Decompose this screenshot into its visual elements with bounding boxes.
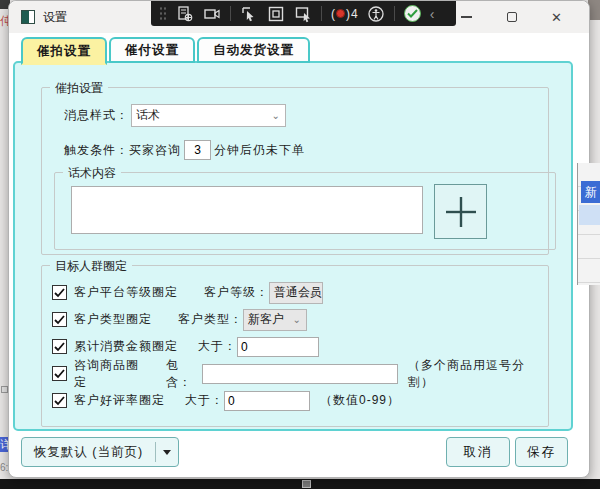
app-icon bbox=[21, 10, 35, 24]
scroll-capture-icon[interactable] bbox=[176, 5, 194, 23]
checkbox-label: 客户好评率圈定 bbox=[74, 392, 165, 409]
tab-urge-pay[interactable]: 催付设置 bbox=[109, 37, 195, 63]
positive-rate-checkbox[interactable] bbox=[52, 393, 67, 408]
field-label: 包含： bbox=[166, 357, 203, 391]
status-check-icon[interactable] bbox=[404, 5, 421, 22]
background-icon-fragment bbox=[1, 386, 8, 393]
video-camera-icon[interactable] bbox=[203, 5, 221, 23]
paren-right: ) bbox=[346, 7, 350, 21]
row-positive-rate: 客户好评率圈定 大于： （数值0-99） bbox=[52, 387, 542, 414]
row-inquiry-product: 咨询商品圈定 包含： （多个商品用逗号分割） bbox=[52, 360, 542, 387]
group-title: 催拍设置 bbox=[50, 80, 108, 97]
cancel-button[interactable]: 取消 bbox=[446, 437, 510, 467]
chevron-down-icon: ⌄ bbox=[293, 314, 301, 325]
add-script-button[interactable] bbox=[434, 184, 487, 239]
checkbox-label: 累计消费金额圈定 bbox=[74, 338, 178, 355]
trigger-suffix: 分钟后仍未下单 bbox=[214, 142, 305, 159]
maximize-button[interactable] bbox=[489, 1, 534, 33]
background-table-window: 新 bbox=[577, 163, 600, 285]
customer-type-checkbox[interactable] bbox=[52, 312, 67, 327]
row-platform-level: 客户平台等级圈定 客户等级： 普通会员 ⌄ bbox=[52, 279, 542, 306]
message-style-select[interactable]: 话术 ⌄ bbox=[131, 104, 286, 127]
customer-type-value: 新客户 bbox=[248, 311, 284, 328]
maximize-icon bbox=[507, 12, 517, 22]
window-title: 设置 bbox=[43, 9, 67, 26]
inquiry-product-input[interactable] bbox=[202, 364, 398, 384]
accessibility-icon[interactable] bbox=[367, 5, 385, 23]
spend-amount-checkbox[interactable] bbox=[52, 339, 67, 354]
close-button[interactable]: ✕ bbox=[534, 1, 579, 33]
trigger-minutes-input[interactable] bbox=[184, 140, 211, 160]
capture-toolbar: ( ) 4 ‹ bbox=[151, 1, 456, 26]
field-label: 大于： bbox=[185, 392, 224, 409]
checkbox-label: 客户类型圈定 bbox=[74, 311, 152, 328]
screen: 伅 详 6: 设置 ✕ bbox=[0, 0, 600, 489]
close-icon: ✕ bbox=[551, 10, 562, 25]
spend-amount-input[interactable] bbox=[237, 337, 319, 357]
settings-dialog: 设置 ✕ bbox=[8, 0, 590, 478]
group-title: 目标人群圈定 bbox=[50, 258, 132, 275]
toolbar-divider bbox=[230, 6, 231, 21]
background-text-fragment: 伅 bbox=[0, 13, 8, 30]
recording-count: 4 bbox=[351, 7, 358, 21]
toolbar-divider bbox=[321, 6, 322, 21]
message-style-label: 消息样式： bbox=[64, 107, 129, 124]
platform-level-checkbox[interactable] bbox=[52, 285, 67, 300]
restore-default-label: 恢复默认 (当前页) bbox=[22, 444, 155, 461]
row-customer-type: 客户类型圈定 客户类型： 新客户 ⌄ bbox=[52, 306, 542, 333]
field-label: 大于： bbox=[198, 338, 237, 355]
chevron-down-icon: ⌄ bbox=[272, 110, 280, 121]
restore-default-button[interactable]: 恢复默认 (当前页) bbox=[21, 437, 179, 467]
target-audience-group: 目标人群圈定 客户平台等级圈定 客户等级： 普通会员 ⌄ bbox=[41, 265, 549, 427]
positive-rate-input[interactable] bbox=[224, 391, 310, 411]
urge-settings-group: 催拍设置 消息样式： 话术 ⌄ 触发条件：买家咨询 分钟后仍未下单 话术内容 bbox=[41, 87, 549, 255]
recording-indicator: ( ) 4 bbox=[331, 7, 358, 21]
tab-content-panel: 催拍设置 消息样式： 话术 ⌄ 触发条件：买家咨询 分钟后仍未下单 话术内容 bbox=[13, 61, 573, 431]
tab-urge-order[interactable]: 催拍设置 bbox=[21, 37, 107, 65]
dropdown-arrow-icon[interactable] bbox=[156, 450, 178, 455]
group-title: 话术内容 bbox=[63, 165, 121, 182]
drag-handle[interactable] bbox=[159, 6, 167, 22]
checkbox-label: 咨询商品圈定 bbox=[74, 357, 147, 391]
trigger-prefix: 触发条件：买家咨询 bbox=[64, 142, 181, 159]
cursor-select-icon[interactable] bbox=[240, 5, 258, 23]
customer-level-select[interactable]: 普通会员 ⌄ bbox=[269, 282, 323, 304]
minimize-icon bbox=[461, 16, 472, 18]
script-content-group: 话术内容 bbox=[54, 172, 556, 250]
background-table-selection bbox=[579, 205, 600, 225]
region-capture-icon[interactable] bbox=[267, 5, 285, 23]
window-select-icon[interactable] bbox=[294, 5, 312, 23]
record-dot-icon bbox=[336, 9, 345, 18]
field-label: 客户等级： bbox=[204, 284, 269, 301]
field-hint: （多个商品用逗号分割） bbox=[408, 357, 542, 391]
tab-bar: 催拍设置 催付设置 自动发货设置 bbox=[21, 37, 310, 63]
plus-icon bbox=[444, 194, 478, 230]
field-label: 客户类型： bbox=[178, 311, 243, 328]
script-content-textarea[interactable] bbox=[71, 186, 423, 234]
tab-auto-ship[interactable]: 自动发货设置 bbox=[197, 37, 310, 63]
chevron-down-icon: ⌄ bbox=[309, 287, 317, 298]
background-table-cell: 新 bbox=[581, 181, 600, 203]
taskbar-icon bbox=[302, 480, 311, 488]
save-button[interactable]: 保存 bbox=[515, 437, 568, 467]
toolbar-divider bbox=[394, 6, 395, 21]
footer: 恢复默认 (当前页) 取消 保存 bbox=[9, 437, 589, 469]
collapse-chevron-icon[interactable]: ‹ bbox=[430, 7, 435, 21]
message-style-value: 话术 bbox=[136, 107, 160, 124]
field-hint: （数值0-99） bbox=[320, 392, 400, 409]
taskbar-strip bbox=[0, 479, 600, 489]
customer-type-select[interactable]: 新客户 ⌄ bbox=[243, 309, 307, 331]
paren-left: ( bbox=[331, 7, 335, 21]
inquiry-product-checkbox[interactable] bbox=[52, 366, 67, 381]
checkbox-label: 客户平台等级圈定 bbox=[74, 284, 178, 301]
